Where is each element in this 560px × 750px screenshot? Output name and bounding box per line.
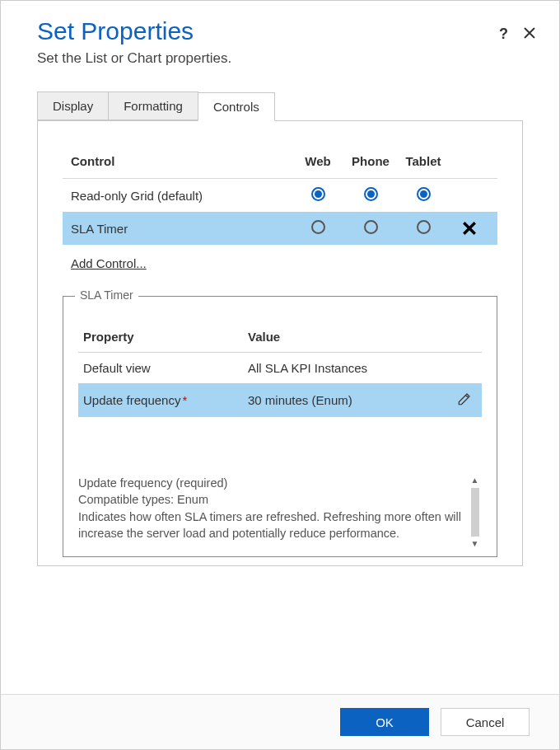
edit-icon[interactable] <box>444 391 477 409</box>
tab-controls[interactable]: Controls <box>198 92 275 121</box>
dialog-title: Set Properties <box>37 17 523 45</box>
chevron-down-icon[interactable]: ▼ <box>471 538 479 550</box>
set-properties-dialog: Set Properties Set the List or Chart pro… <box>0 0 560 750</box>
controls-panel: Control Web Phone Tablet Read-only Grid … <box>37 121 523 566</box>
controls-table: Control Web Phone Tablet Read-only Grid … <box>63 146 497 245</box>
dialog-footer: OK Cancel <box>1 694 559 749</box>
description-line: Indicates how often SLA timers are refre… <box>78 509 462 542</box>
description-line: Update frequency (required) <box>78 475 462 491</box>
property-value: All SLA KPI Instances <box>248 361 444 375</box>
dialog-header: Set Properties Set the List or Chart pro… <box>1 1 559 75</box>
table-row[interactable]: SLA Timer <box>63 212 497 245</box>
required-star-icon: * <box>182 393 187 407</box>
tab-display[interactable]: Display <box>37 91 109 120</box>
cancel-button[interactable]: Cancel <box>441 708 530 736</box>
col-header-web: Web <box>292 154 344 168</box>
description-line: Compatible types: Enum <box>78 491 462 508</box>
radio-tablet[interactable] <box>417 187 431 201</box>
remove-control-icon[interactable] <box>450 221 489 236</box>
col-header-value: Value <box>248 330 444 344</box>
fieldset-legend: SLA Timer <box>75 288 138 302</box>
radio-phone[interactable] <box>364 220 378 234</box>
scrollbar[interactable]: ▲ ▼ <box>468 475 482 550</box>
ok-button[interactable]: OK <box>340 708 429 736</box>
table-row[interactable]: Read-only Grid (default) <box>63 179 497 212</box>
col-header-tablet: Tablet <box>397 154 450 168</box>
property-row[interactable]: Update frequency* 30 minutes (Enum) <box>78 383 482 417</box>
col-header-control: Control <box>71 154 292 168</box>
control-label: Read-only Grid (default) <box>71 189 292 203</box>
col-header-phone: Phone <box>344 154 397 168</box>
radio-tablet[interactable] <box>417 220 431 234</box>
property-name: Update frequency* <box>83 393 248 407</box>
radio-web[interactable] <box>311 187 325 201</box>
tab-formatting[interactable]: Formatting <box>108 91 198 120</box>
sla-timer-fieldset: SLA Timer Property Value Default view Al… <box>63 296 497 557</box>
radio-web[interactable] <box>311 220 325 234</box>
dialog-body: Display Formatting Controls Control Web … <box>1 75 559 694</box>
property-description: Update frequency (required) Compatible t… <box>78 475 482 541</box>
close-icon[interactable] <box>523 26 536 43</box>
col-header-property: Property <box>83 330 248 344</box>
property-row[interactable]: Default view All SLA KPI Instances <box>78 353 482 383</box>
add-control-link[interactable]: Add Control... <box>71 256 147 270</box>
help-icon[interactable]: ? <box>499 26 508 43</box>
scrollbar-thumb[interactable] <box>471 488 479 537</box>
dialog-subtitle: Set the List or Chart properties. <box>37 50 523 67</box>
tabstrip: Display Formatting Controls <box>37 91 523 121</box>
radio-phone[interactable] <box>364 187 378 201</box>
chevron-up-icon[interactable]: ▲ <box>471 475 479 486</box>
control-label: SLA Timer <box>71 222 292 236</box>
property-value: 30 minutes (Enum) <box>248 393 444 407</box>
property-name: Default view <box>83 361 248 375</box>
